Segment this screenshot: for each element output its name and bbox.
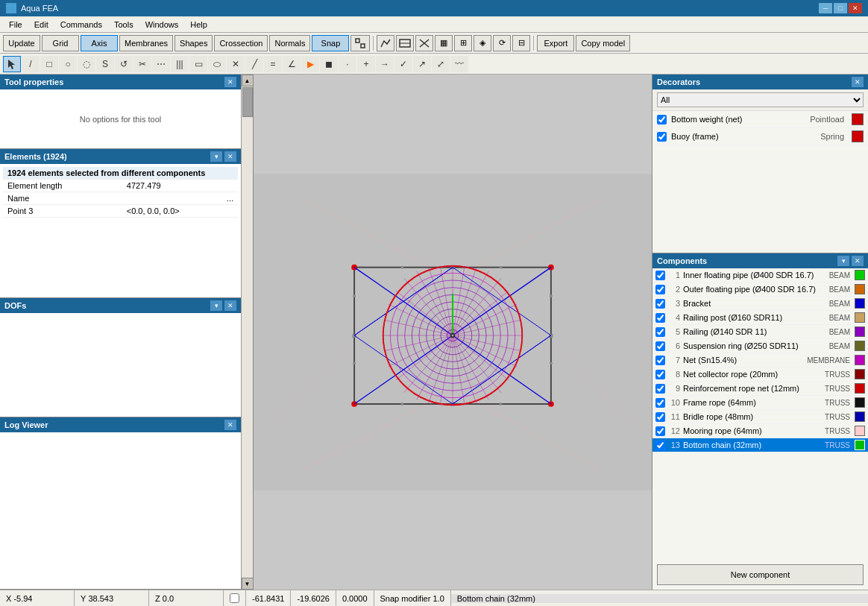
menu-tools[interactable]: Tools bbox=[108, 19, 139, 31]
square-fill-button[interactable]: ◼ bbox=[320, 56, 338, 72]
cross-tool-button[interactable]: ✕ bbox=[227, 56, 245, 72]
edit-points-button[interactable]: ⋯ bbox=[152, 56, 170, 72]
decorator-bottom-weight-checkbox[interactable] bbox=[657, 115, 667, 124]
component-3-checkbox[interactable] bbox=[655, 299, 665, 309]
close-button[interactable]: ✕ bbox=[849, 3, 862, 13]
component-item-6[interactable]: 6 Suspension ring (Ø250 SDR11) BEAM bbox=[652, 339, 868, 353]
component-6-checkbox[interactable] bbox=[655, 341, 665, 351]
bar-tool-button[interactable]: ||| bbox=[171, 56, 189, 72]
menu-help[interactable]: Help bbox=[184, 19, 213, 31]
component-4-checkbox[interactable] bbox=[655, 313, 665, 323]
toolbar-icon-1[interactable] bbox=[377, 35, 394, 51]
export-button[interactable]: Export bbox=[537, 35, 574, 51]
arc-tool-button[interactable]: ◌ bbox=[78, 56, 95, 72]
scroll-down-arrow[interactable]: ▼ bbox=[242, 578, 254, 590]
rect2-tool-button[interactable]: ▭ bbox=[189, 56, 207, 72]
canvas-area[interactable] bbox=[254, 75, 652, 590]
arrow-tool-button[interactable]: → bbox=[376, 56, 394, 72]
add-tool-button[interactable]: + bbox=[357, 56, 375, 72]
shapes-button[interactable]: Shapes bbox=[174, 35, 213, 51]
decorators-close-button[interactable]: ✕ bbox=[852, 77, 864, 87]
log-close-button[interactable]: ✕ bbox=[224, 420, 236, 430]
component-item-8[interactable]: 8 Net collector rope (20mm) TRUSS bbox=[652, 367, 868, 382]
component-7-checkbox[interactable] bbox=[655, 356, 665, 365]
rect-tool-button[interactable]: □ bbox=[40, 56, 58, 72]
visualization-canvas[interactable] bbox=[254, 75, 652, 590]
component-item-4[interactable]: 4 Railing post (Ø160 SDR11) BEAM bbox=[652, 311, 868, 325]
circle-tool-button[interactable]: ○ bbox=[59, 56, 77, 72]
membranes-button[interactable]: Membranes bbox=[119, 35, 173, 51]
toolbar-icon-5[interactable]: ⊞ bbox=[454, 35, 472, 51]
toolbar-icon-4[interactable]: ▦ bbox=[435, 35, 453, 51]
components-dropdown-button[interactable]: ▾ bbox=[837, 256, 849, 266]
name-edit-btn[interactable]: ... bbox=[122, 192, 238, 205]
component-item-2[interactable]: 2 Outer floating pipe (Ø400 SDR 16.7) BE… bbox=[652, 283, 868, 297]
scroll-up-arrow[interactable]: ▲ bbox=[242, 75, 254, 86]
rotate-tool-button[interactable]: ↺ bbox=[115, 56, 133, 72]
component-10-checkbox[interactable] bbox=[655, 398, 665, 408]
arrow2-tool-button[interactable]: ↗ bbox=[413, 56, 431, 72]
component-item-7[interactable]: 7 Net (Sn15.4%) MEMBRANE bbox=[652, 353, 868, 367]
triangle-fill-button[interactable]: ▶ bbox=[301, 56, 319, 72]
angle-tool-button[interactable]: ∠ bbox=[283, 56, 301, 72]
slash-tool-button[interactable]: ╱ bbox=[245, 56, 263, 72]
component-item-12[interactable]: 12 Mooring rope (64mm) TRUSS bbox=[652, 424, 868, 438]
component-item-10[interactable]: 10 Frame rope (64mm) TRUSS bbox=[652, 396, 868, 410]
axis-button[interactable]: Axis bbox=[81, 35, 118, 51]
component-item-11[interactable]: 11 Bridle rope (48mm) TRUSS bbox=[652, 410, 868, 424]
component-item-13[interactable]: 13 Bottom chain (32mm) TRUSS bbox=[652, 438, 868, 452]
maximize-button[interactable]: □ bbox=[834, 3, 847, 13]
component-9-checkbox[interactable] bbox=[655, 384, 665, 394]
toolbar-icon-7[interactable]: ⟳ bbox=[493, 35, 511, 51]
toolbar-icon-6[interactable]: ◈ bbox=[474, 35, 491, 51]
menu-windows[interactable]: Windows bbox=[139, 19, 185, 31]
component-12-checkbox[interactable] bbox=[655, 426, 665, 436]
update-button[interactable]: Update bbox=[3, 35, 40, 51]
normals-button[interactable]: Normals bbox=[269, 35, 310, 51]
trim-tool-button[interactable]: ✂ bbox=[133, 56, 151, 72]
decorator-buoy-checkbox[interactable] bbox=[657, 132, 667, 142]
equals-tool-button[interactable]: = bbox=[264, 56, 282, 72]
wave-tool-button[interactable]: 〰 bbox=[450, 56, 468, 72]
component-item-9[interactable]: 9 Reinforcement rope net (12mm) TRUSS bbox=[652, 382, 868, 396]
snap-icon-button[interactable] bbox=[350, 35, 370, 51]
copy-model-button[interactable]: Copy model bbox=[576, 35, 630, 51]
toolbar-icon-2[interactable] bbox=[396, 35, 414, 51]
crossection-button[interactable]: Crossection bbox=[214, 35, 268, 51]
component-item-1[interactable]: 1 Inner floating pipe (Ø400 SDR 16.7) BE… bbox=[652, 268, 868, 283]
new-component-button[interactable]: New component bbox=[657, 564, 864, 585]
left-panel-scrollbar[interactable]: ▲ ▼ bbox=[241, 75, 253, 590]
point-tool-button[interactable]: · bbox=[339, 56, 356, 72]
line-tool-button[interactable]: / bbox=[22, 56, 40, 72]
menu-commands[interactable]: Commands bbox=[54, 19, 108, 31]
toolbar-icon-8[interactable]: ⊟ bbox=[512, 35, 530, 51]
toolbar-icon-3[interactable] bbox=[415, 35, 433, 51]
select-tool-button[interactable] bbox=[3, 56, 21, 72]
spline-tool-button[interactable]: S bbox=[96, 56, 114, 72]
component-item-3[interactable]: 3 Bracket BEAM bbox=[652, 297, 868, 311]
elements-close-button[interactable]: ✕ bbox=[224, 151, 236, 162]
ellipse-tool-button[interactable]: ⬭ bbox=[208, 56, 226, 72]
component-5-checkbox[interactable] bbox=[655, 327, 665, 337]
components-close-button[interactable]: ✕ bbox=[852, 256, 864, 266]
dofs-dropdown-button[interactable]: ▾ bbox=[210, 300, 222, 311]
component-11-checkbox[interactable] bbox=[655, 412, 665, 422]
dofs-close-button[interactable]: ✕ bbox=[224, 300, 236, 311]
move-tool-button[interactable]: ⤢ bbox=[432, 56, 450, 72]
tool-properties-close-button[interactable]: ✕ bbox=[224, 77, 236, 87]
menu-edit[interactable]: Edit bbox=[28, 19, 54, 31]
minimize-button[interactable]: ─ bbox=[819, 3, 832, 13]
component-1-checkbox[interactable] bbox=[655, 271, 665, 280]
menu-file[interactable]: File bbox=[3, 19, 28, 31]
component-item-5[interactable]: 5 Railing (Ø140 SDR 11) BEAM bbox=[652, 325, 868, 339]
check-tool-button[interactable]: ✓ bbox=[394, 56, 412, 72]
component-13-checkbox[interactable] bbox=[655, 441, 665, 450]
elements-dropdown-button[interactable]: ▾ bbox=[210, 151, 222, 162]
grid-button[interactable]: Grid bbox=[42, 35, 79, 51]
component-8-checkbox[interactable] bbox=[655, 370, 665, 379]
snap-checkbox[interactable] bbox=[230, 593, 239, 603]
decorator-filter-select[interactable]: All BEAM TRUSS MEMBRANE bbox=[657, 92, 864, 107]
snap-button[interactable]: Snap bbox=[312, 35, 349, 51]
component-2-checkbox[interactable] bbox=[655, 285, 665, 294]
scroll-thumb[interactable] bbox=[242, 87, 253, 117]
